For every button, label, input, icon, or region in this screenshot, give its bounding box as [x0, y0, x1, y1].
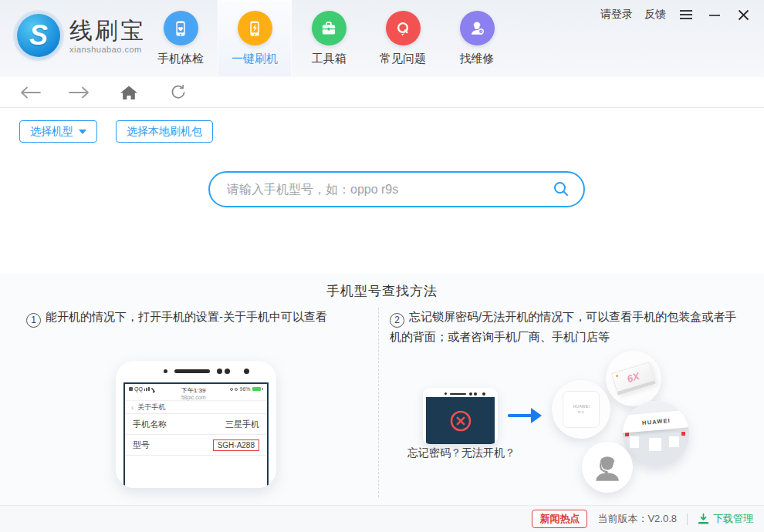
feedback-link[interactable]: 反馈 [644, 8, 666, 22]
circle-x-icon [449, 409, 472, 433]
camera-dot [244, 369, 249, 374]
tab-one-key-flash[interactable]: 一键刷机 [218, 0, 292, 77]
tab-phone-checkup[interactable]: 手机体检 [144, 0, 218, 77]
tab-toolbox[interactable]: 工具箱 [292, 0, 366, 77]
wifi-icon [150, 387, 156, 393]
box-label: 6X [626, 370, 641, 385]
minimize-icon[interactable] [706, 7, 723, 22]
model-search [208, 171, 585, 207]
close-icon[interactable] [735, 7, 752, 22]
back-brand: HUAWEI [573, 404, 590, 409]
sensor-dot [225, 369, 230, 374]
step-number: 2 [390, 313, 404, 328]
store-photo: HUAWEI [623, 401, 689, 467]
main-nav: 手机体检 一键刷机 工具箱 常见问题 找维修 [144, 0, 514, 77]
status-bar: QQ 下午1:39 58pic.com 96% [125, 384, 267, 400]
step-text: 忘记锁屏密码/无法开机的情况下，可以查看手机的包装盒或者手机的背面；或者咨询手机… [390, 310, 736, 343]
forward-icon[interactable] [68, 82, 91, 103]
download-label: 下载管理 [713, 512, 753, 526]
camera-dot [482, 392, 485, 396]
tab-label: 手机体检 [157, 52, 204, 66]
logo-icon: S [17, 14, 60, 57]
repair-technician-icon [460, 11, 495, 45]
download-manager-button[interactable]: 下载管理 [698, 512, 753, 526]
tab-label: 工具箱 [312, 52, 347, 66]
phone-back-photo: HUAWEI 型号 [552, 380, 610, 439]
tab-faq[interactable]: 常见问题 [366, 0, 440, 77]
guide-step-2: 2忘记锁屏密码/无法开机的情况下，可以查看手机的包装盒或者手机的背面；或者咨询手… [390, 308, 746, 345]
sensor-dot [469, 392, 472, 396]
store-sign: HUAWEI [641, 417, 670, 426]
battery-icon [252, 387, 261, 391]
column-divider [378, 308, 379, 497]
search-input[interactable] [208, 171, 585, 207]
question-icon [386, 11, 421, 45]
choose-model-label: 选择机型 [30, 125, 73, 139]
app-title: 线刷宝 [69, 18, 146, 43]
tab-label: 一键刷机 [232, 52, 278, 66]
sensor-dot [217, 369, 222, 374]
error-screen [426, 397, 495, 444]
version-label: 当前版本：V2.0.8 [597, 512, 677, 526]
search-icon[interactable] [553, 180, 570, 200]
speaker-grill [450, 393, 466, 396]
step-text: 能开机的情况下，打开手机的设置-关于手机中可以查看 [46, 310, 327, 323]
carrier-label: QQ [134, 386, 143, 392]
model-value-highlighted: SGH-A288 [213, 439, 259, 451]
speaker-dot [164, 369, 167, 373]
toolbox-icon [312, 11, 347, 45]
logo-letter: S [29, 22, 48, 49]
locked-phone-illustration [423, 388, 498, 444]
titlebar-controls: 请登录 反馈 [600, 7, 752, 22]
chevron-down-icon [79, 130, 86, 134]
status-site: 58pic.com [181, 395, 206, 400]
step-number: 1 [26, 313, 41, 328]
refresh-icon[interactable] [167, 82, 190, 103]
about-phone-header: ‹ 关于手机 [125, 400, 267, 414]
phone-flash-icon [238, 11, 272, 45]
phone-health-icon [164, 11, 198, 45]
menu-icon[interactable] [678, 7, 695, 22]
location-icon [230, 388, 233, 391]
alarm-icon [235, 388, 238, 391]
status-time: 下午1:39 [181, 386, 206, 395]
signal-icon [144, 387, 150, 391]
choose-model-button[interactable]: 选择机型 [19, 120, 97, 143]
tab-label: 找维修 [460, 52, 495, 66]
about-phone-title: 关于手机 [137, 402, 165, 412]
back-chevron-icon: ‹ [131, 403, 134, 412]
customer-service-icon [582, 442, 633, 493]
back-icon[interactable] [19, 82, 42, 103]
packaging-box-photo: 6X [606, 351, 661, 406]
login-link[interactable]: 请登录 [600, 8, 633, 22]
download-icon [698, 513, 709, 525]
status-bar-footer: 新闻热点 当前版本：V2.0.8 下载管理 [0, 505, 764, 532]
app-logo: S 线刷宝 xianshuabao.com [17, 14, 146, 57]
footer-divider [687, 513, 688, 525]
battery-tip [262, 388, 264, 390]
browser-toolbar [0, 77, 764, 108]
battery-percent: 96% [239, 386, 250, 392]
row-label: 手机名称 [133, 419, 167, 430]
phone-screen: QQ 下午1:39 58pic.com 96% ‹ 关于手 [123, 382, 269, 488]
locked-caption: 忘记密码？无法开机？ [407, 446, 519, 460]
app-domain: xianshuabao.com [69, 45, 146, 54]
sensor-dot [474, 392, 477, 396]
tab-repair[interactable]: 找维修 [440, 0, 514, 77]
about-phone-illustration: QQ 下午1:39 58pic.com 96% ‹ 关于手 [116, 361, 276, 488]
news-hotspot-button[interactable]: 新闻热点 [532, 510, 587, 528]
row-label: 型号 [133, 439, 150, 451]
choose-local-package-button[interactable]: 选择本地刷机包 [116, 120, 213, 143]
row-value: 三星手机 [225, 419, 259, 430]
box-logo-dot [616, 375, 619, 378]
guide-step-1: 1能开机的情况下，打开手机的设置-关于手机中可以查看 [26, 308, 372, 328]
speaker-grill [174, 369, 210, 373]
app-header: S 线刷宝 xianshuabao.com 手机体检 一键刷机 工具箱 [0, 0, 764, 77]
model-row: 型号 SGH-A288 [125, 435, 267, 456]
speaker-dot [445, 392, 447, 395]
back-model: 型号 [578, 409, 585, 414]
home-icon[interactable] [117, 82, 140, 103]
app-icon [129, 387, 133, 391]
choose-local-label: 选择本地刷机包 [127, 125, 202, 139]
phone-name-row: 手机名称 三星手机 [125, 414, 267, 435]
